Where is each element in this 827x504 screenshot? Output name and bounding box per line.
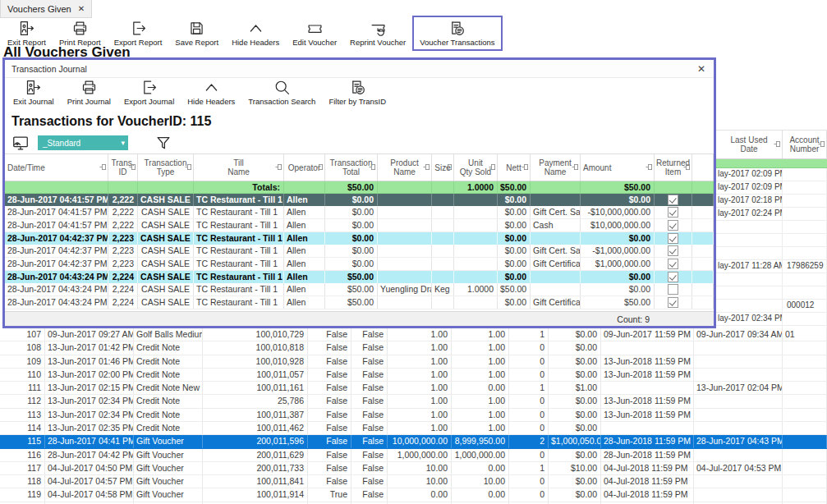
pin-icon[interactable] <box>445 163 453 171</box>
layout-select[interactable]: _Standard ▾ <box>38 135 128 150</box>
pin-icon[interactable] <box>683 163 691 171</box>
pin-icon[interactable] <box>185 163 192 171</box>
returned-checkbox[interactable] <box>668 284 678 295</box>
column-header-till-name[interactable]: Till Name <box>194 154 284 181</box>
transaction-row[interactable]: 28-Jun-2017 04:43:24 PM2,224CASH SALETC … <box>5 271 714 283</box>
column-header-account-number[interactable]: Account Number <box>783 131 827 158</box>
voucher-row-119[interactable]: 11904-Jul-2017 04:58 PMGift Voucher100,0… <box>0 488 827 502</box>
voucher-cell-flag1: True <box>308 488 351 501</box>
transaction-row[interactable]: 28-Jun-2017 04:42:37 PM2,223CASH SALETC … <box>5 258 714 271</box>
tab-vouchers-given[interactable]: Vouchers Given ✕ <box>0 0 92 18</box>
background-row[interactable]: lay-2017 02:18 PM <box>716 195 827 208</box>
pin-icon[interactable] <box>818 140 825 148</box>
column-header-transaction-total[interactable]: Transaction Total <box>325 154 378 181</box>
returned-checkbox[interactable] <box>668 207 678 218</box>
background-row[interactable] <box>716 221 827 234</box>
exit-journal-button[interactable]: Exit Journal <box>7 78 61 107</box>
voucher-row-109[interactable]: 10913-Jun-2017 01:46 PMCredit Note100,01… <box>0 355 827 369</box>
cell-7 <box>432 219 454 231</box>
returned-checkbox[interactable] <box>668 259 678 269</box>
returned-checkbox[interactable] <box>668 272 678 282</box>
column-header-size[interactable]: Size <box>432 154 454 181</box>
voucher-cell-flag1: False <box>308 395 351 407</box>
background-row[interactable]: lay-2017 02:09 PM <box>716 168 827 181</box>
print-report-button[interactable]: Print Report <box>53 19 108 48</box>
pin-icon[interactable] <box>646 163 653 171</box>
pin-icon[interactable] <box>521 163 529 171</box>
transaction-row[interactable]: 28-Jun-2017 04:41:57 PM2,222CASH SALETC … <box>5 206 714 219</box>
returned-checkbox[interactable] <box>668 233 678 244</box>
column-header-operator[interactable]: Operator <box>284 154 325 181</box>
column-header-nett[interactable]: Nett <box>498 154 531 181</box>
tab-close-icon[interactable]: ✕ <box>78 4 85 13</box>
background-row[interactable] <box>716 234 827 247</box>
layout-options-icon[interactable] <box>11 134 30 152</box>
export-journal-button[interactable]: Export Journal <box>117 78 181 107</box>
column-header-product-name[interactable]: Product Name <box>378 154 432 181</box>
column-header-last-used-date[interactable]: Last Used Date <box>716 131 783 158</box>
edit-voucher-button[interactable]: Edit Voucher <box>286 19 343 48</box>
column-header-transaction-type[interactable]: Transaction Type <box>138 154 194 181</box>
voucher-row-111[interactable]: 11113-Jun-2017 02:15 PMCredit Note New10… <box>0 382 827 395</box>
cell-11: $0.00 <box>581 232 655 245</box>
column-header-payment-name[interactable]: Payment Name <box>531 154 581 181</box>
returned-checkbox[interactable] <box>668 297 678 308</box>
hide-headers-button[interactable]: Hide Headers <box>225 19 286 48</box>
voucher-cell-created: 09-Jun-2017 09:27 AM <box>45 328 134 341</box>
export-report-button[interactable]: Export Report <box>108 19 169 48</box>
column-header-unit-qty-sold[interactable]: Unit Qty Sold <box>454 154 498 181</box>
background-row[interactable]: lay-2017 02:09 PM <box>716 181 827 195</box>
background-row[interactable]: lay-2017 02:34 PM <box>716 313 827 326</box>
voucher-row-108[interactable]: 10813-Jun-2017 01:42 PMCredit Note100,01… <box>0 341 827 355</box>
background-row[interactable] <box>716 273 827 286</box>
background-row[interactable] <box>716 286 827 300</box>
print-journal-button[interactable]: Print Journal <box>61 78 117 107</box>
column-header-trans-id[interactable]: Trans. ID <box>108 154 138 181</box>
pin-icon[interactable] <box>369 163 376 171</box>
voucher-row-117[interactable]: 11704-Jul-2017 04:50 PMGift Voucher200,0… <box>0 462 827 475</box>
transaction-row[interactable]: 28-Jun-2017 04:42:37 PM2,223CASH SALETC … <box>5 232 714 245</box>
pin-icon[interactable] <box>275 163 283 171</box>
transaction-row[interactable]: 28-Jun-2017 04:41:57 PM2,222CASH SALETC … <box>5 219 714 232</box>
transaction-search-button[interactable]: Transaction Search <box>241 78 322 107</box>
pin-icon[interactable] <box>316 163 324 171</box>
background-row[interactable]: 000012 <box>716 300 827 313</box>
background-row[interactable]: lay-2017 11:28 AM17986259 <box>716 260 827 273</box>
column-header-returned-item[interactable]: Returned Item <box>655 154 692 181</box>
voucher-row-112[interactable]: 11213-Jun-2017 02:34 PMCredit Note25,786… <box>0 395 827 408</box>
filter-by-transid-button[interactable]: Filter by TransID <box>322 78 393 107</box>
save-report-button[interactable]: Save Report <box>168 19 225 48</box>
pin-icon[interactable] <box>423 163 430 171</box>
pin-icon[interactable] <box>572 163 579 171</box>
hide-headers-button[interactable]: Hide Headers <box>181 78 241 107</box>
background-row[interactable] <box>716 159 827 168</box>
voucher-row-118[interactable]: 11804-Jul-2017 04:57 PMGift Voucher100,0… <box>0 475 827 488</box>
pin-icon[interactable] <box>129 163 136 171</box>
voucher-cell-last_used: 04-Jul-2017 04:53 PM <box>694 462 783 474</box>
voucher-row-110[interactable]: 11013-Jun-2017 02:00 PMCredit Note100,01… <box>0 369 827 382</box>
returned-checkbox[interactable] <box>668 245 678 256</box>
voucher-row-113[interactable]: 11313-Jun-2017 02:34 PMCredit Note100,01… <box>0 409 827 422</box>
voucher-row-114[interactable]: 11413-Jun-2017 02:35 PMCredit Note100,01… <box>0 422 827 435</box>
transaction-row[interactable]: 28-Jun-2017 04:43:24 PM2,224CASH SALETC … <box>5 283 714 296</box>
background-row[interactable]: lay-2017 02:24 PM <box>716 208 827 221</box>
transaction-row[interactable]: 28-Jun-2017 04:43:24 PM2,224CASH SALETC … <box>5 296 714 309</box>
returned-checkbox[interactable] <box>668 220 678 231</box>
column-header-amount[interactable]: Amount <box>581 154 655 181</box>
voucher-row-115[interactable]: 11528-Jun-2017 04:41 PMGift Voucher200,0… <box>0 435 827 448</box>
voucher-row-116[interactable]: 11628-Jun-2017 04:42 PMGift Voucher200,0… <box>0 449 827 462</box>
dialog-close-icon[interactable]: ✕ <box>697 63 705 75</box>
voucher-transactions-button[interactable]: Voucher Transactions <box>412 16 502 51</box>
exit-report-button[interactable]: Exit Report <box>1 19 53 48</box>
transaction-row[interactable]: 28-Jun-2017 04:42:37 PM2,223CASH SALETC … <box>5 245 714 258</box>
filter-icon[interactable] <box>154 134 172 152</box>
background-row[interactable] <box>716 247 827 260</box>
voucher-row-107[interactable]: 10709-Jun-2017 09:27 AMGolf Balls Medium… <box>0 328 827 341</box>
pin-icon[interactable] <box>489 163 496 171</box>
returned-checkbox[interactable] <box>668 195 678 205</box>
column-header-date-time[interactable]: Date/Time <box>5 154 108 181</box>
reprint-voucher-button[interactable]: Reprint Voucher <box>343 19 412 48</box>
transaction-row[interactable]: 28-Jun-2017 04:41:57 PM2,222CASH SALETC … <box>5 194 714 206</box>
pin-icon[interactable] <box>774 140 781 148</box>
pin-icon[interactable] <box>99 163 107 171</box>
